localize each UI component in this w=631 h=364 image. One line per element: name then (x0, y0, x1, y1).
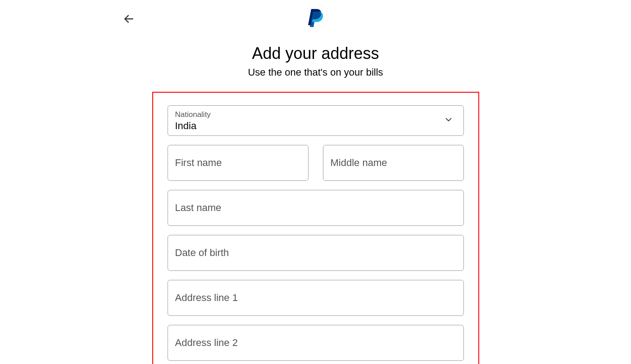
back-button[interactable] (122, 12, 136, 26)
date-of-birth-field[interactable] (175, 247, 456, 259)
address-line-2-field[interactable] (175, 337, 456, 349)
nationality-value: India (175, 120, 197, 131)
nationality-select[interactable]: Nationality India (168, 105, 464, 136)
paypal-logo-icon (308, 8, 324, 29)
middle-name-field-wrapper (323, 145, 464, 181)
date-of-birth-field-wrapper (168, 235, 464, 271)
address-line-1-field-wrapper (168, 280, 464, 316)
page-title: Add your address (0, 44, 631, 63)
address-form: Nationality India (152, 92, 479, 364)
address-line-2-field-wrapper (168, 325, 464, 361)
page-subtitle: Use the one that's on your bills (0, 67, 631, 78)
last-name-field[interactable] (175, 202, 456, 214)
chevron-down-icon (444, 115, 454, 126)
address-line-1-field[interactable] (175, 292, 456, 304)
first-name-field-wrapper (168, 145, 309, 181)
middle-name-field[interactable] (331, 157, 456, 169)
first-name-field[interactable] (175, 157, 301, 169)
arrow-left-icon (123, 13, 135, 25)
last-name-field-wrapper (168, 190, 464, 226)
nationality-label: Nationality (175, 110, 456, 119)
